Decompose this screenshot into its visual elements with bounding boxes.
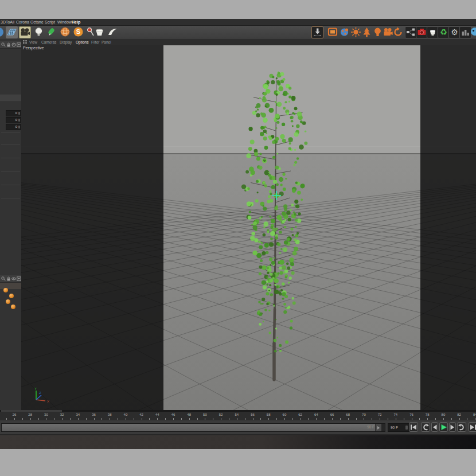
vp-menu-panel[interactable]: Panel: [102, 40, 111, 45]
coordinate-field-z[interactable]: 0: [6, 124, 21, 130]
ruler-label: 26: [10, 413, 18, 416]
material-thumb[interactable]: [11, 305, 15, 309]
sun-icon[interactable]: [350, 26, 362, 38]
slider-handle[interactable]: [375, 424, 381, 431]
ruler-tick: [237, 418, 237, 420]
history-icon[interactable]: [11, 42, 16, 47]
menu-item-corona[interactable]: Corona: [16, 19, 29, 25]
menu-item-window[interactable]: Window: [57, 19, 72, 25]
coordinate-field-y[interactable]: 0: [6, 117, 21, 123]
current-frame-field[interactable]: 90 F: [388, 423, 409, 432]
ruler-tick: [467, 418, 467, 420]
prev-frame-button[interactable]: [431, 422, 438, 432]
material-panel-header-icons: [0, 275, 21, 283]
menu-item-3dtoall[interactable]: 3DToAll: [1, 19, 14, 25]
ruler-label: 84: [471, 413, 476, 416]
ruler-tick: [149, 418, 150, 420]
ruler-label: 78: [423, 413, 431, 416]
vp-menu-view[interactable]: View: [29, 40, 37, 45]
blue-head-icon[interactable]: [470, 26, 476, 38]
material-thumb[interactable]: [3, 288, 8, 292]
ruler-tick: [301, 418, 301, 420]
ruler-tick: [459, 418, 460, 420]
grid-plane-icon[interactable]: [6, 26, 18, 38]
ruler-tick: [181, 418, 182, 420]
slider-frame-label: 90 F: [367, 425, 374, 429]
lightbulb-icon[interactable]: [33, 26, 45, 38]
green-pen-icon[interactable]: [46, 26, 58, 38]
timeline-ruler[interactable]: 2628303234363840424446485052545658606264…: [0, 412, 476, 421]
next-key-button[interactable]: [457, 422, 466, 432]
pine-tree-icon[interactable]: [361, 26, 373, 38]
material-thumb[interactable]: [6, 299, 10, 304]
search-icon[interactable]: [1, 276, 6, 281]
cup-icon[interactable]: [427, 26, 439, 38]
ruler-tick: [197, 418, 198, 420]
sphere-partial-icon[interactable]: [0, 26, 5, 38]
material-thumb[interactable]: [9, 294, 14, 298]
ruler-tick: [308, 418, 309, 420]
timeline-slider-track[interactable]: 90 F: [1, 423, 385, 432]
save-download-icon[interactable]: [311, 26, 323, 38]
axis-z-label: Z: [39, 391, 41, 395]
menu-item-octane[interactable]: Octane: [30, 19, 44, 25]
search-icon[interactable]: [1, 42, 6, 47]
ruler-label: 36: [90, 413, 98, 416]
ruler-label: 44: [153, 413, 161, 416]
goto-start-button[interactable]: [409, 422, 418, 432]
menu-box-icon[interactable]: [17, 276, 21, 281]
lock-icon[interactable]: [6, 42, 11, 47]
menu-box-icon[interactable]: [17, 42, 21, 47]
vp-menu-cameras[interactable]: Cameras: [41, 40, 56, 45]
frame-stepper[interactable]: [405, 426, 408, 430]
ruler-label: 68: [344, 413, 352, 416]
node-share-icon[interactable]: [405, 26, 417, 38]
recycle-icon[interactable]: ♻: [438, 26, 450, 38]
panel-separator: [1, 185, 20, 185]
viewport-grid-icon[interactable]: [23, 40, 27, 44]
panel-section-header[interactable]: [0, 95, 21, 102]
ruler-label: 28: [26, 413, 34, 416]
menu-item-script[interactable]: Script: [45, 19, 55, 25]
ruler-tick: [62, 418, 63, 420]
vp-menu-filter[interactable]: Filter: [91, 40, 99, 45]
next-frame-button[interactable]: [449, 422, 456, 432]
viewport[interactable]: Perspective Y X Z: [21, 45, 476, 410]
vp-menu-display[interactable]: Display: [60, 40, 72, 45]
play-button[interactable]: [439, 422, 448, 432]
gear-icon[interactable]: ⚙: [448, 26, 461, 38]
camera-tool-icon[interactable]: [19, 26, 31, 38]
panel-header-icons: [0, 41, 21, 49]
wire-sphere-icon[interactable]: [59, 26, 71, 38]
swoosh-icon[interactable]: [107, 26, 119, 38]
timeline-slider-fill[interactable]: 90 F: [2, 424, 381, 431]
ruler-tick: [102, 418, 102, 420]
vp-menu-options[interactable]: Options: [76, 40, 88, 45]
ruler-tick: [46, 418, 46, 420]
texture-sphere-icon[interactable]: [339, 26, 351, 38]
lock-icon[interactable]: [6, 276, 11, 281]
eye-icon[interactable]: [11, 276, 16, 281]
render-safe-overlay-right: [420, 45, 476, 410]
prev-key-button[interactable]: [421, 422, 430, 432]
render-view-icon[interactable]: [327, 26, 339, 38]
ruler-tick: [229, 418, 229, 420]
refresh-camera-icon[interactable]: [392, 26, 404, 38]
red-camera-icon[interactable]: [416, 26, 428, 38]
ruler-tick: [245, 418, 245, 420]
goto-end-button[interactable]: [469, 422, 476, 432]
ruler-label: 54: [233, 413, 241, 416]
menu-item-help[interactable]: Help: [72, 19, 80, 25]
ruler-tick: [340, 418, 341, 420]
ruler-tick: [110, 418, 110, 420]
stats-icon[interactable]: [459, 26, 471, 38]
paint-pot-icon[interactable]: [93, 26, 106, 38]
coordinate-field-x[interactable]: 0: [6, 110, 21, 116]
s-ball-icon[interactable]: S: [72, 26, 84, 38]
ruler-label: 76: [408, 413, 416, 416]
panel-separator: [1, 198, 20, 198]
ruler-label: 48: [185, 413, 193, 416]
viewport-camera-label[interactable]: Perspective: [23, 46, 44, 50]
ruler-tick: [189, 418, 190, 420]
axis-gizmo: Y X Z: [28, 386, 54, 407]
